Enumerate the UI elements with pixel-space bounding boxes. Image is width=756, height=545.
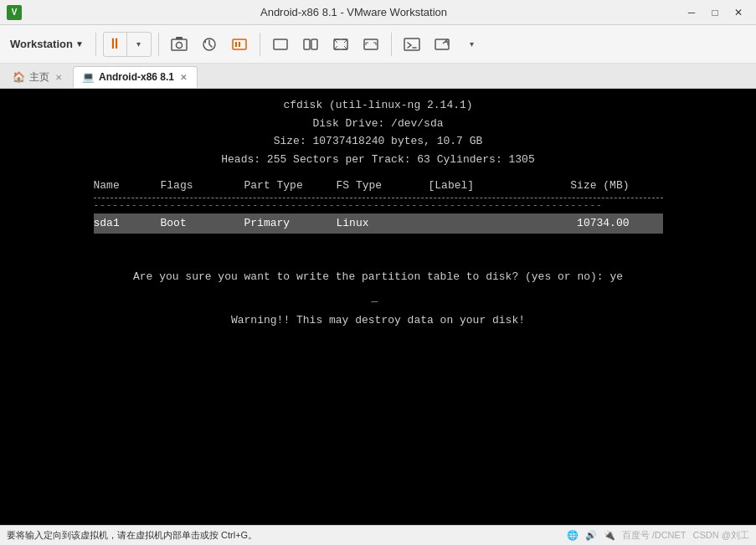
partition-table-header: Name Flags Part Type FS Type [Label] Siz…	[94, 177, 663, 196]
partition-table: Name Flags Part Type FS Type [Label] Siz…	[94, 177, 663, 234]
svg-rect-1	[176, 37, 183, 39]
workstation-dropdown-arrow: ▼	[75, 39, 84, 49]
pause-dropdown[interactable]: ▾	[127, 33, 151, 56]
col-label-header: [Label]	[429, 177, 546, 194]
fit-icon	[362, 35, 380, 54]
partition-fstype: Linux	[337, 215, 429, 232]
window-title: Android-x86 8.1 - VMware Workstation	[27, 6, 681, 18]
partition-parttype: Primary	[244, 215, 337, 232]
normal-view-icon	[271, 35, 290, 54]
status-bar: 要将输入定向到该虚拟机，请在虚拟机内部单击或按 Ctrl+G。 🌐 🔊 🔌 百度…	[0, 525, 756, 545]
workstation-label: Workstation	[10, 38, 73, 50]
prompt-line: Are you sure you want to write the parti…	[0, 267, 756, 286]
cursor-indicator: _	[372, 288, 378, 307]
pause-play-group: ⏸ ▾	[103, 32, 152, 57]
tab-home[interactable]: 🏠 主页 ✕	[3, 66, 73, 88]
maximize-button[interactable]: □	[704, 3, 726, 22]
revert-button[interactable]	[196, 31, 223, 58]
tab-vm[interactable]: 💻 Android-x86 8.1 ✕	[73, 66, 198, 88]
svg-rect-8	[304, 39, 310, 49]
toolbar-separator-3	[260, 33, 260, 56]
home-tab-icon: 🏠	[13, 71, 25, 83]
svg-point-2	[176, 42, 182, 48]
expand-icon	[433, 35, 451, 54]
partition-size: 10734.00	[546, 215, 630, 232]
title-bar: V Android-x86 8.1 - VMware Workstation ─…	[0, 0, 756, 25]
disk-drive: Disk Drive: /dev/sda	[0, 116, 756, 132]
suspend-icon	[230, 35, 249, 54]
tabs-bar: 🏠 主页 ✕ 💻 Android-x86 8.1 ✕	[0, 64, 756, 89]
fullscreen-icon	[332, 35, 350, 54]
vm-tab-label: Android-x86 8.1	[99, 71, 174, 83]
table-divider: ----------------------------------------…	[94, 198, 663, 213]
expand-button[interactable]	[429, 31, 455, 58]
suspend-button[interactable]	[226, 31, 253, 58]
home-tab-label: 主页	[29, 70, 49, 85]
revert-icon	[200, 35, 219, 54]
vm-screen[interactable]: cfdisk (util-linux-ng 2.14.1) Disk Drive…	[0, 89, 756, 525]
usb-icon: 🔌	[604, 530, 615, 541]
terminal-button[interactable]	[399, 31, 425, 58]
snapshot-icon	[170, 35, 188, 54]
home-tab-close[interactable]: ✕	[54, 72, 64, 83]
workstation-menu[interactable]: Workstation ▼	[5, 34, 89, 54]
prompt-text: Are you sure you want to write the parti…	[133, 267, 623, 286]
disk-size: Size: 10737418240 bytes, 10.7 GB	[0, 133, 756, 150]
vm-bottom-text: Are you sure you want to write the parti…	[0, 267, 756, 331]
col-parttype-header: Part Type	[244, 177, 337, 194]
status-right: 🌐 🔊 🔌 百度号 /DCNET CSDN @刘工	[567, 529, 749, 542]
partition-row-sda1[interactable]: sda1 Boot Primary Linux 10734.00	[94, 213, 663, 234]
svg-rect-7	[274, 39, 287, 49]
warning-line: Warning!! This may destroy data on your …	[0, 311, 756, 330]
expand-dropdown[interactable]: ▾	[459, 31, 486, 58]
svg-rect-12	[404, 39, 419, 50]
close-button[interactable]: ✕	[728, 3, 749, 22]
col-name-header: Name	[94, 177, 161, 194]
toolbar-separator-4	[391, 33, 392, 56]
minimize-button[interactable]: ─	[681, 3, 702, 22]
sound-icon: 🔊	[585, 530, 597, 541]
vm-tab-icon: 💻	[82, 71, 95, 83]
col-size-header: Size (MB)	[546, 177, 630, 194]
vm-tab-close[interactable]: ✕	[178, 72, 188, 83]
col-flags-header: Flags	[161, 177, 244, 194]
watermark-csdn: CSDN @刘工	[693, 529, 749, 542]
normal-view-button[interactable]	[267, 31, 294, 58]
app-icon: V	[7, 5, 22, 20]
window-controls: ─ □ ✕	[681, 3, 749, 22]
snapshot-button[interactable]	[166, 31, 193, 58]
split-view-icon	[301, 35, 320, 54]
warning-text: Warning!! This may destroy data on your …	[231, 314, 525, 326]
toolbar-separator-1	[95, 33, 96, 56]
toolbar: Workstation ▼ ⏸ ▾	[0, 25, 756, 64]
fit-button[interactable]	[357, 31, 384, 58]
svg-rect-9	[311, 39, 317, 49]
cfdisk-header: cfdisk (util-linux-ng 2.14.1)	[0, 97, 756, 114]
col-fstype-header: FS Type	[337, 177, 429, 194]
fullscreen-button[interactable]	[327, 31, 354, 58]
pause-button[interactable]: ⏸	[104, 33, 127, 56]
status-hint: 要将输入定向到该虚拟机，请在虚拟机内部单击或按 Ctrl+G。	[7, 529, 567, 542]
partition-flags: Boot	[161, 215, 244, 232]
network-icon: 🌐	[567, 530, 579, 541]
terminal-icon	[403, 35, 421, 54]
toolbar-separator-2	[158, 33, 159, 56]
watermark: 百度号 /DCNET	[622, 529, 687, 542]
disk-params: Heads: 255 Sectors per Track: 63 Cylinde…	[0, 152, 756, 168]
partition-name: sda1	[94, 215, 161, 232]
vm-content: cfdisk (util-linux-ng 2.14.1) Disk Drive…	[0, 89, 756, 339]
split-view-button[interactable]	[297, 31, 324, 58]
